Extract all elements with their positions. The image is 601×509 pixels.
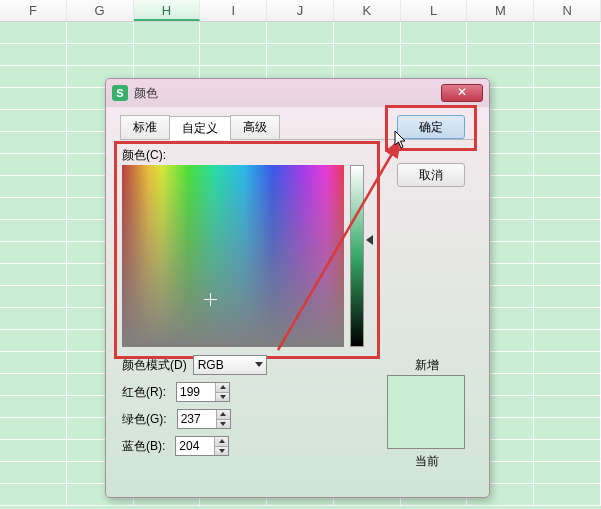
- close-button[interactable]: ✕: [441, 84, 483, 102]
- current-label: 当前: [415, 453, 439, 470]
- blue-down-icon[interactable]: [214, 447, 228, 456]
- tab-advanced[interactable]: 高级: [230, 115, 280, 139]
- blue-up-icon[interactable]: [214, 437, 228, 447]
- color-dialog: S 颜色 ✕ 标准 自定义 高级 确定 取消 颜色(C): 颜色模式(D) RG…: [105, 78, 490, 498]
- red-up-icon[interactable]: [215, 383, 229, 393]
- col-head-l[interactable]: L: [401, 0, 468, 21]
- red-down-icon[interactable]: [215, 393, 229, 402]
- green-up-icon[interactable]: [216, 410, 230, 420]
- titlebar[interactable]: S 颜色 ✕: [106, 79, 489, 107]
- green-label: 绿色(G):: [122, 411, 167, 428]
- dialog-title: 颜色: [134, 85, 158, 102]
- color-label: 颜色(C):: [122, 147, 166, 164]
- new-label: 新增: [415, 357, 439, 374]
- red-input[interactable]: 199: [176, 382, 230, 402]
- green-input[interactable]: 237: [177, 409, 231, 429]
- col-head-m[interactable]: M: [467, 0, 534, 21]
- col-head-k[interactable]: K: [334, 0, 401, 21]
- ok-button[interactable]: 确定: [397, 115, 465, 139]
- green-down-icon[interactable]: [216, 420, 230, 429]
- crosshair-icon: [204, 293, 217, 306]
- column-headers: F G H I J K L M N: [0, 0, 601, 22]
- color-preview: [387, 375, 465, 449]
- blue-label: 蓝色(B):: [122, 438, 165, 455]
- col-head-i[interactable]: I: [200, 0, 267, 21]
- color-gradient-picker[interactable]: [122, 165, 344, 347]
- col-head-j[interactable]: J: [267, 0, 334, 21]
- tab-custom[interactable]: 自定义: [169, 116, 231, 140]
- luminance-slider[interactable]: [350, 165, 364, 347]
- col-head-f[interactable]: F: [0, 0, 67, 21]
- cancel-button[interactable]: 取消: [397, 163, 465, 187]
- luminance-arrow-icon: [366, 235, 373, 245]
- app-icon: S: [112, 85, 128, 101]
- blue-input[interactable]: 204: [175, 436, 229, 456]
- col-head-g[interactable]: G: [67, 0, 134, 21]
- tab-standard[interactable]: 标准: [120, 115, 170, 139]
- red-label: 红色(R):: [122, 384, 166, 401]
- mode-label: 颜色模式(D): [122, 357, 187, 374]
- color-mode-combo[interactable]: RGB: [193, 355, 267, 375]
- col-head-h[interactable]: H: [134, 0, 201, 21]
- col-head-n[interactable]: N: [534, 0, 601, 21]
